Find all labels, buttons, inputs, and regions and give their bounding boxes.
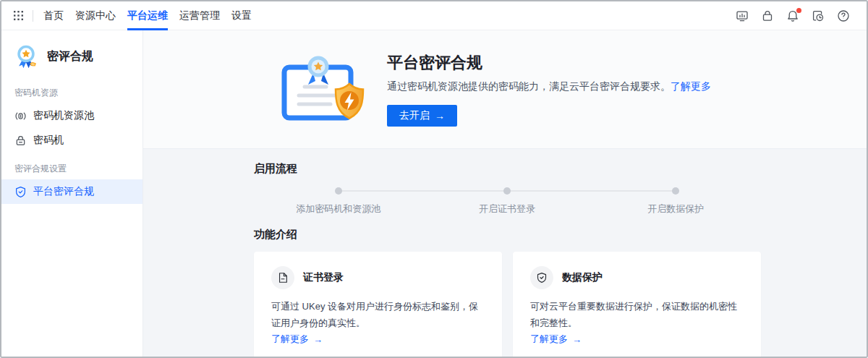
- enable-process-stepper: 添加密码机和资源池 开启证书登录 开启数据保护: [254, 187, 760, 221]
- shield-check-icon: [530, 266, 553, 289]
- nav-tab-platform-ops[interactable]: 平台运维: [127, 1, 168, 30]
- arrow-right-icon: →: [435, 110, 445, 122]
- features-heading: 功能介绍: [254, 228, 758, 242]
- certificate-with-shield-illustration: [281, 51, 371, 127]
- app-window: 首页 资源中心 平台运维 运营管理 设置: [0, 0, 868, 358]
- card-title: 证书登录: [303, 271, 344, 284]
- sidebar: 密评合规 密码机资源 密码机资源池: [1, 30, 143, 357]
- medal-badge-icon: [13, 43, 39, 69]
- nav-tab-resource-center[interactable]: 资源中心: [75, 1, 116, 30]
- product-header: 密评合规: [1, 42, 142, 77]
- stepper-dot: [672, 187, 679, 195]
- nav-tab-operation-mgmt[interactable]: 运营管理: [179, 1, 220, 30]
- page-title: 平台密评合规: [387, 52, 482, 74]
- notification-badge-dot: [796, 8, 801, 13]
- help-icon[interactable]: [836, 9, 851, 23]
- sidebar-section-label-compliance-settings: 密评合规设置: [1, 153, 142, 179]
- nav-tab-home[interactable]: 首页: [43, 1, 64, 30]
- apps-grid-icon[interactable]: [14, 11, 23, 20]
- go-enable-button-label: 去开启: [399, 109, 430, 122]
- sidebar-item-label: 密码机: [33, 134, 64, 147]
- hero-description: 通过密码机资源池提供的密码能力，满足云平台密评合规要求。了解更多: [387, 80, 711, 93]
- stepper-dot: [503, 187, 511, 195]
- arrow-right-icon: →: [313, 334, 323, 345]
- lock-icon[interactable]: [760, 9, 775, 23]
- bell-icon[interactable]: [786, 9, 800, 23]
- main-nav: 首页 资源中心 平台运维 运营管理 设置: [43, 1, 252, 30]
- header-divider: [33, 10, 33, 22]
- stepper-step-1: 添加密码机和资源池: [254, 187, 422, 216]
- card-learn-more-link[interactable]: 了解更多→: [271, 333, 485, 346]
- feature-card-data-protection: 数据保护 可对云平台重要数据进行保护，保证数据的机密性和完整性。 了解更多→: [513, 252, 761, 358]
- sidebar-item-crypto-machine[interactable]: 密码机: [1, 128, 142, 153]
- card-link-label: 了解更多: [271, 333, 309, 346]
- stepper-dot: [335, 187, 342, 195]
- hero-learn-more-link[interactable]: 了解更多: [671, 80, 711, 92]
- stepper-label: 添加密码机和资源池: [296, 203, 380, 216]
- card-link-label: 了解更多: [530, 333, 568, 346]
- hero-description-text: 通过密码机资源池提供的密码能力，满足云平台密评合规要求。: [387, 80, 671, 92]
- stepper-label: 开启证书登录: [479, 203, 535, 216]
- go-enable-button[interactable]: 去开启→: [387, 105, 457, 127]
- arrow-right-icon: →: [572, 334, 582, 345]
- card-title: 数据保护: [562, 271, 603, 284]
- product-title: 密评合规: [47, 49, 93, 64]
- stepper-step-2: 开启证书登录: [422, 187, 591, 216]
- resource-pool-icon: [14, 110, 27, 122]
- sidebar-item-label: 密码机资源池: [33, 109, 94, 122]
- feature-cards: 证书登录 可通过 UKey 设备对用户进行身份标志和鉴别，保证用户身份的真实性。…: [254, 252, 761, 358]
- hsm-lock-icon: [14, 135, 27, 147]
- history-icon[interactable]: [811, 9, 825, 23]
- shield-check-icon: [14, 186, 27, 198]
- card-body: 可通过 UKey 设备对用户进行身份标志和鉴别，保证用户身份的真实性。: [271, 299, 485, 332]
- sidebar-item-label: 平台密评合规: [33, 185, 94, 198]
- lower-section: 启用流程 添加密码机和资源池 开启证书登录: [143, 149, 867, 358]
- stepper-label: 开启数据保护: [647, 203, 704, 216]
- main-content: 平台密评合规 通过密码机资源池提供的密码能力，满足云平台密评合规要求。了解更多 …: [143, 30, 867, 357]
- monitor-icon[interactable]: [735, 9, 749, 23]
- card-learn-more-link[interactable]: 了解更多→: [530, 333, 744, 346]
- stepper-step-3: 开启数据保护: [592, 187, 760, 216]
- sidebar-item-crypto-pool[interactable]: 密码机资源池: [1, 103, 142, 128]
- feature-card-certificate-login: 证书登录 可通过 UKey 设备对用户进行身份标志和鉴别，保证用户身份的真实性。…: [254, 252, 502, 358]
- top-nav-bar: 首页 资源中心 平台运维 运营管理 设置: [1, 1, 867, 30]
- nav-tab-settings[interactable]: 设置: [231, 1, 252, 30]
- certificate-file-icon: [271, 266, 294, 289]
- sidebar-section-label-resources: 密码机资源: [1, 77, 142, 103]
- process-heading: 启用流程: [254, 162, 758, 176]
- sidebar-item-platform-compliance[interactable]: 平台密评合规: [1, 179, 142, 204]
- card-body: 可对云平台重要数据进行保护，保证数据的机密性和完整性。: [530, 299, 744, 332]
- hero-banner: 平台密评合规 通过密码机资源池提供的密码能力，满足云平台密评合规要求。了解更多 …: [143, 30, 867, 149]
